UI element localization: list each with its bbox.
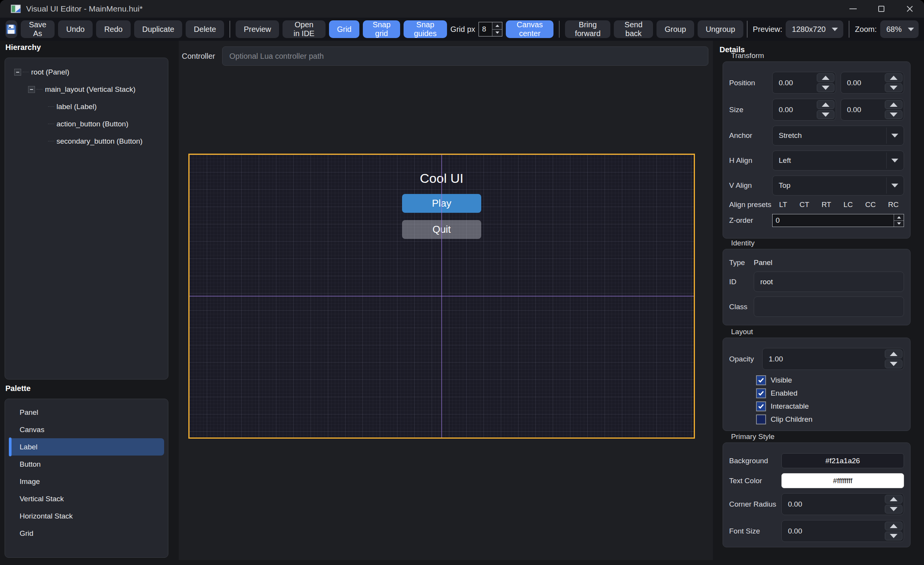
- size-h-spinner[interactable]: 0.00: [841, 99, 904, 121]
- grid-px-value: 8: [479, 22, 492, 36]
- spin-up-button[interactable]: [885, 495, 902, 504]
- palette-item-grid[interactable]: Grid: [9, 525, 164, 542]
- class-row: Class: [729, 297, 904, 317]
- open-in-ide-button[interactable]: Open in IDE: [283, 20, 325, 38]
- anchor-dropdown[interactable]: Stretch: [772, 126, 904, 146]
- background-row: Background #f21a1a26: [729, 453, 904, 468]
- text-color-swatch[interactable]: #ffffffff: [781, 473, 904, 488]
- collapse-toggle[interactable]: [14, 69, 21, 76]
- palette-item-horizontal-stack[interactable]: Horizontal Stack: [9, 507, 164, 525]
- class-input[interactable]: [754, 297, 904, 317]
- delete-button[interactable]: Delete: [186, 20, 224, 38]
- bring-forward-button[interactable]: Bring forward: [565, 20, 610, 38]
- palette-item-label: Grid: [20, 529, 33, 538]
- h-align-row: H Align Left: [729, 151, 904, 171]
- preview-button[interactable]: Preview: [236, 20, 279, 38]
- v-align-row: V Align Top: [729, 176, 904, 196]
- spin-down-button[interactable]: [885, 532, 902, 540]
- redo-button[interactable]: Redo: [96, 20, 131, 38]
- palette-item-label-selected[interactable]: Label: [9, 438, 164, 456]
- z-order-decrement-button[interactable]: [894, 220, 904, 227]
- snap-guides-toggle-button[interactable]: Snap guides: [404, 20, 447, 38]
- collapse-toggle[interactable]: [28, 86, 35, 93]
- align-presets-row: Align presets LT CT RT LC CC RC: [729, 200, 904, 209]
- id-input[interactable]: [754, 272, 904, 292]
- controller-path-input[interactable]: [222, 46, 708, 66]
- spin-up-button[interactable]: [885, 73, 902, 82]
- corner-radius-spinner[interactable]: 0.00: [781, 493, 904, 515]
- workspace: Controller Cool UI Play Quit: [179, 41, 713, 560]
- palette-item-button[interactable]: Button: [9, 456, 164, 473]
- position-y-spinner[interactable]: 0.00: [841, 72, 904, 94]
- tree-item-action-button[interactable]: action_button (Button): [5, 115, 168, 133]
- spin-down-button[interactable]: [885, 110, 902, 119]
- spin-up-button[interactable]: [885, 100, 902, 109]
- align-preset-rt[interactable]: RT: [821, 200, 831, 209]
- h-align-value: Left: [779, 156, 791, 165]
- primary-style-legend: Primary Style: [723, 432, 911, 441]
- spin-up-button[interactable]: [817, 100, 834, 109]
- tree-item-root[interactable]: root (Panel): [5, 63, 168, 81]
- tree-connector: [23, 72, 29, 72]
- snap-grid-toggle-button[interactable]: Snap grid: [363, 20, 400, 38]
- palette-item-image[interactable]: Image: [9, 473, 164, 490]
- align-preset-ct[interactable]: CT: [799, 200, 809, 209]
- palette-item-vertical-stack[interactable]: Vertical Stack: [9, 490, 164, 507]
- duplicate-button[interactable]: Duplicate: [134, 20, 182, 38]
- z-order-spinner[interactable]: 0: [772, 214, 904, 227]
- grid-px-increment-button[interactable]: [492, 22, 502, 29]
- spin-down-button[interactable]: [817, 83, 834, 92]
- h-align-dropdown[interactable]: Left: [772, 151, 904, 171]
- spin-down-button[interactable]: [817, 110, 834, 119]
- save-button[interactable]: [5, 20, 17, 38]
- toolbar-separator: [229, 21, 230, 38]
- type-label: Type: [729, 258, 749, 267]
- grid-px-decrement-button[interactable]: [492, 29, 502, 36]
- visible-checkbox-row: Visible: [756, 375, 904, 385]
- v-align-value: Top: [779, 181, 791, 190]
- palette-item-canvas[interactable]: Canvas: [9, 421, 164, 438]
- spin-down-button[interactable]: [885, 505, 902, 514]
- opacity-spinner[interactable]: 1.00: [762, 348, 904, 370]
- send-back-button[interactable]: Send back: [614, 20, 653, 38]
- save-as-button[interactable]: Save As: [21, 20, 55, 38]
- align-preset-lc[interactable]: LC: [844, 200, 853, 209]
- enabled-checkbox[interactable]: [756, 388, 766, 398]
- tree-item-main-layout[interactable]: main_layout (Vertical Stack): [5, 81, 168, 98]
- align-preset-cc[interactable]: CC: [865, 200, 876, 209]
- grid-px-spinner[interactable]: 8: [479, 22, 502, 36]
- opacity-value: 1.00: [769, 355, 783, 363]
- align-preset-rc[interactable]: RC: [888, 200, 899, 209]
- spin-up-button[interactable]: [885, 522, 902, 530]
- tree-item-label-node[interactable]: label (Label): [5, 98, 168, 115]
- align-preset-lt[interactable]: LT: [779, 200, 787, 209]
- design-canvas[interactable]: Cool UI Play Quit: [188, 154, 695, 439]
- clip-children-checkbox[interactable]: [756, 414, 766, 424]
- grid-toggle-button[interactable]: Grid: [329, 20, 360, 38]
- visible-checkbox[interactable]: [756, 375, 766, 385]
- interactable-checkbox[interactable]: [756, 401, 766, 411]
- primary-style-group: Primary Style Background #f21a1a26 Text …: [723, 432, 911, 547]
- font-size-spinner[interactable]: 0.00: [781, 520, 904, 542]
- spin-down-button[interactable]: [885, 83, 902, 92]
- size-w-spinner[interactable]: 0.00: [772, 99, 836, 121]
- v-align-dropdown[interactable]: Top: [772, 176, 904, 196]
- z-order-increment-button[interactable]: [894, 214, 904, 220]
- spin-up-button[interactable]: [885, 350, 902, 358]
- palette-item-label: Image: [20, 477, 40, 486]
- undo-button[interactable]: Undo: [58, 20, 93, 38]
- group-button[interactable]: Group: [656, 20, 694, 38]
- palette-item-panel[interactable]: Panel: [9, 404, 164, 421]
- spin-down-button[interactable]: [885, 360, 902, 368]
- canvas-guide-horizontal: [189, 296, 694, 297]
- minus-icon: [30, 89, 33, 90]
- size-h-value: 0.00: [847, 106, 861, 114]
- canvas-center-button[interactable]: Canvas center: [506, 20, 553, 38]
- spin-up-button[interactable]: [817, 73, 834, 82]
- palette-panel: Panel Canvas Label Button Image Vertical…: [5, 399, 168, 558]
- z-order-label: Z-order: [729, 216, 768, 225]
- tree-item-secondary-button[interactable]: secondary_button (Button): [5, 133, 168, 150]
- position-x-spinner[interactable]: 0.00: [772, 72, 836, 94]
- background-color-swatch[interactable]: #f21a1a26: [781, 453, 904, 468]
- minus-icon: [16, 72, 19, 73]
